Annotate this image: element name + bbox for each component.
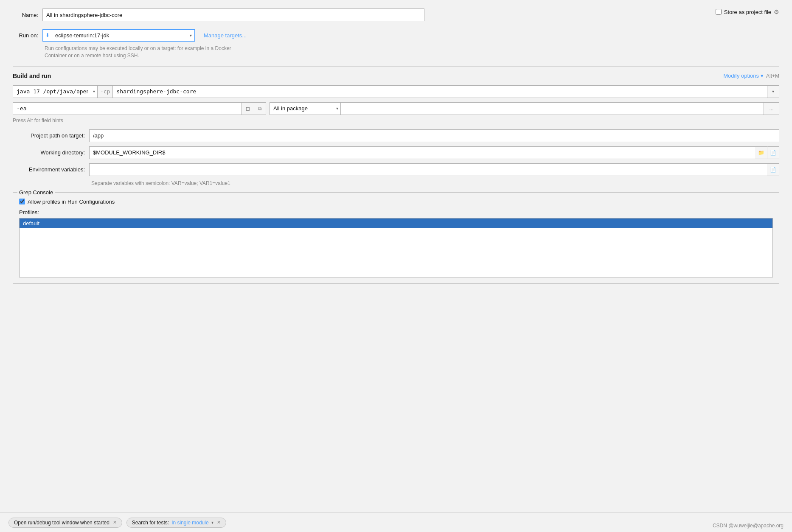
profiles-list[interactable]: default — [19, 218, 773, 277]
vm-expand-icon[interactable]: ◻ — [242, 102, 254, 115]
grep-allow-label: Allow profiles in Run Configurations — [28, 199, 115, 205]
test-type-select[interactable]: All in package All in directory Pattern — [270, 102, 341, 115]
project-path-row: Project path on target: — [13, 129, 779, 142]
grep-console-legend: Grep Console — [17, 189, 55, 196]
classpath-dropdown-btn[interactable]: ▾ — [767, 85, 779, 98]
env-vars-input[interactable] — [89, 163, 767, 176]
working-dir-label: Working directory: — [13, 149, 85, 156]
name-row: Name: — [13, 8, 779, 21]
press-alt-hint: Press Alt for field hints — [13, 118, 779, 123]
modify-options-shortcut: Alt+M — [766, 73, 779, 79]
env-vars-input-area: 📄 — [89, 163, 779, 176]
env-vars-file-icon[interactable]: 📄 — [767, 163, 779, 176]
profile-item-default[interactable]: default — [20, 218, 772, 228]
test-type-select-wrapper: All in package All in directory Pattern … — [270, 102, 341, 115]
search-for-tests-label: Search for tests: — [132, 520, 169, 526]
grep-allow-row: Allow profiles in Run Configurations — [19, 199, 773, 205]
working-dir-row: Working directory: 📁 📄 — [13, 146, 779, 159]
test-browse-button[interactable]: ... — [764, 102, 779, 115]
profiles-label: Profiles: — [19, 209, 773, 216]
main-container: Store as project file ⚙ Name: Run on: ⬇ … — [0, 0, 792, 532]
open-run-debug-close[interactable]: ✕ — [113, 520, 117, 525]
divider-1 — [13, 66, 779, 67]
vm-fullscreen-icon[interactable]: ⧉ — [254, 102, 266, 115]
working-dir-file-icon[interactable]: 📄 — [767, 146, 779, 159]
content-area: Store as project file ⚙ Name: Run on: ⬇ … — [0, 0, 792, 292]
search-for-tests-link[interactable]: In single module — [171, 520, 208, 526]
grep-console-box: Grep Console Allow profiles in Run Confi… — [13, 192, 779, 284]
manage-targets-link[interactable]: Manage targets... — [204, 32, 247, 39]
test-package-input[interactable] — [341, 102, 764, 115]
store-as-project-label: Store as project file — [724, 9, 771, 15]
open-run-debug-tag[interactable]: Open run/debug tool window when started … — [8, 518, 122, 528]
store-as-project-checkbox[interactable] — [716, 9, 722, 15]
vm-opts-input[interactable] — [13, 102, 242, 115]
classpath-input-wrapper: ▾ — [113, 85, 779, 98]
working-dir-input[interactable] — [89, 146, 755, 159]
build-run-title: Build and run — [13, 73, 51, 79]
run-on-select[interactable]: eclipse-temurin:17-jdk — [42, 29, 195, 42]
open-run-debug-label: Open run/debug tool window when started — [14, 520, 110, 526]
java-version-select[interactable]: java 17 /opt/java/openjdk — [13, 85, 98, 98]
grep-allow-checkbox[interactable] — [19, 199, 25, 204]
modify-options-button[interactable]: Modify options ▾ — [723, 73, 764, 79]
search-for-tests-close[interactable]: ✕ — [217, 520, 221, 525]
env-vars-icons: 📄 — [767, 163, 779, 176]
modify-options-label: Modify options — [723, 73, 759, 79]
run-on-select-wrapper: ⬇ eclipse-temurin:17-jdk ▾ — [42, 29, 195, 42]
run-on-hint: Run configurations may be executed local… — [45, 45, 236, 59]
modify-options-area: Modify options ▾ Alt+M — [723, 73, 779, 79]
env-vars-row: Environment variables: 📄 — [13, 163, 779, 176]
name-input[interactable] — [42, 8, 424, 21]
search-for-tests-tag[interactable]: Search for tests: In single module ▾ ✕ — [126, 518, 226, 528]
env-vars-label: Environment variables: — [13, 166, 85, 173]
bottom-toolbar: Open run/debug tool window when started … — [0, 512, 792, 532]
working-dir-icons: 📁 📄 — [755, 146, 779, 159]
project-path-label: Project path on target: — [13, 132, 85, 139]
run-on-row: Run on: ⬇ eclipse-temurin:17-jdk ▾ Manag… — [13, 29, 779, 42]
run-on-label: Run on: — [13, 32, 38, 39]
vm-opts-row: ◻ ⧉ All in package All in directory Patt… — [13, 102, 779, 115]
name-label: Name: — [13, 12, 38, 18]
cp-flag: -cp — [98, 85, 113, 98]
chevron-down-icon: ▾ — [761, 73, 764, 79]
gear-icon[interactable]: ⚙ — [774, 8, 779, 15]
search-for-tests-arrow[interactable]: ▾ — [211, 520, 213, 525]
project-path-input[interactable] — [89, 129, 779, 142]
store-project-row: Store as project file ⚙ — [716, 8, 779, 15]
working-dir-browse-icon[interactable]: 📁 — [755, 146, 767, 159]
build-run-header: Build and run Modify options ▾ Alt+M — [13, 73, 779, 79]
java-cmd-row: java 17 /opt/java/openjdk ▾ -cp ▾ — [13, 85, 779, 98]
classpath-input[interactable] — [113, 85, 767, 98]
env-vars-hint: Separate variables with semicolon: VAR=v… — [91, 180, 779, 186]
vm-opts-icons: ◻ ⧉ — [242, 102, 266, 115]
java-version-select-wrapper: java 17 /opt/java/openjdk ▾ — [13, 85, 98, 98]
working-dir-input-area: 📁 📄 — [89, 146, 779, 159]
csdn-watermark: CSDN @wuweijie@apache.org — [713, 523, 784, 529]
